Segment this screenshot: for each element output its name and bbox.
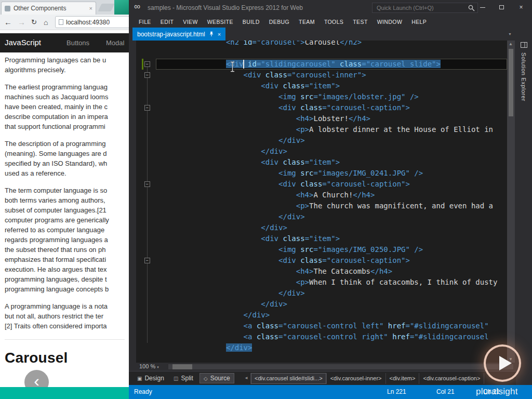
editor-bottom-bar: 100 % ▾	[136, 363, 515, 371]
menu-debug[interactable]: DEBUG	[264, 19, 294, 25]
home-icon[interactable]: ⌂	[44, 17, 48, 28]
vertical-scrollbar[interactable]: ▲ ▼	[507, 41, 515, 363]
code-line[interactable]: <p>When I think of catacombs, I think of…	[156, 277, 507, 288]
code-line[interactable]: <div class="item">	[156, 157, 507, 168]
forward-icon[interactable]: →	[18, 17, 25, 28]
chevron-down-icon: ▾	[157, 365, 159, 369]
code-line[interactable]: <a class="carousel-control left" href="#…	[156, 321, 507, 331]
code-line[interactable]: </div>	[156, 310, 507, 321]
code-line[interactable]: </div>	[156, 146, 507, 157]
back-icon[interactable]: ←	[4, 17, 12, 28]
menu-window[interactable]: WINDOW	[373, 19, 407, 25]
change-tracking-bar	[142, 59, 143, 70]
code-line[interactable]: </div>	[156, 299, 507, 310]
code-line[interactable]: <div class="item">	[156, 81, 507, 91]
fold-marker[interactable]: −	[144, 258, 150, 263]
code-line[interactable]: <div class="carousel-inner">	[156, 70, 507, 81]
code-editor[interactable]: <h2 id="carousel">Carousel</h2><div id="…	[136, 41, 507, 363]
code-line[interactable]: <a class="carousel-control right" href="…	[156, 331, 507, 342]
browser-tab[interactable]: Other Components ×	[1, 2, 96, 15]
maximize-button[interactable]	[493, 0, 510, 15]
code-line[interactable]: <h4>Lobster!</h4>	[156, 113, 507, 124]
tab-close-icon[interactable]: ×	[89, 5, 92, 11]
menu-edit[interactable]: EDIT	[156, 19, 179, 25]
text-line: Programming languages can be u	[5, 55, 129, 65]
navbar-brand[interactable]: JavaScript	[5, 38, 41, 47]
fold-marker[interactable]: −	[144, 105, 150, 111]
breadcrumb-item[interactable]: <div.item>	[386, 373, 420, 384]
breadcrumb-item[interactable]: <div.carousel-caption>	[419, 373, 484, 384]
zoom-value: 100 %	[139, 363, 155, 369]
minimize-icon	[480, 7, 485, 8]
code-line[interactable]: <div class="item">	[156, 233, 507, 244]
paragraph: Programming languages can be ualgorithms…	[5, 55, 129, 75]
tab-close-icon[interactable]: ×	[218, 31, 221, 37]
code-line[interactable]: <h4>A Church!</h4>	[156, 190, 507, 201]
minimize-button[interactable]	[474, 0, 491, 15]
code-line[interactable]: </div>	[156, 288, 507, 299]
nav-item-buttons[interactable]: Buttons	[66, 39, 89, 47]
menu-team[interactable]: TEAM	[294, 19, 320, 25]
code-line[interactable]: <div class="carousel-caption">	[156, 102, 507, 113]
code-line[interactable]: <p>The church was magnificent, and even …	[156, 201, 507, 211]
source-view-button[interactable]: ◇Source	[200, 373, 234, 383]
vertical-scrollbar-thumb[interactable]	[509, 49, 513, 116]
page-favicon-icon	[5, 6, 10, 11]
menu-file[interactable]: FILE	[134, 19, 156, 25]
menu-test[interactable]: TEST	[348, 19, 372, 25]
split-view-button[interactable]: ◫Split	[169, 373, 197, 383]
breadcrumb-item[interactable]: <div.carousel-inner>	[327, 373, 386, 384]
menu-website[interactable]: WEBSITE	[203, 19, 238, 25]
code-line[interactable]: <p>A lobster dinner at the House of Elli…	[156, 124, 507, 135]
close-button[interactable]: ×	[512, 0, 530, 15]
design-view-button[interactable]: ▣Design	[133, 373, 168, 383]
text-line: the subset thereof that runs on ph	[5, 245, 129, 255]
paragraph: A programming language is a notabut not …	[5, 301, 129, 331]
address-bar[interactable]: localhost:49380	[55, 16, 129, 28]
code-line[interactable]: <div class="carousel-caption">	[156, 179, 507, 190]
tag-nav-left-icon[interactable]: ◄	[244, 376, 248, 380]
code-line[interactable]: </div>	[156, 342, 507, 353]
refresh-icon[interactable]: ↻	[31, 17, 37, 28]
code-line[interactable]: <h2 id="carousel">Carousel</h2>	[156, 41, 507, 48]
title-bar[interactable]: ∞ samples - Microsoft Visual Studio Expr…	[129, 0, 532, 16]
code-line[interactable]: </div>	[156, 222, 507, 233]
zoom-selector[interactable]: 100 % ▾	[139, 363, 159, 369]
code-line[interactable]: </div>	[156, 135, 507, 146]
menu-view[interactable]: VIEW	[178, 19, 202, 25]
tab-list-dropdown-icon[interactable]: ▼	[508, 32, 512, 36]
document-tab[interactable]: bootstrap-javascript.html ×	[132, 28, 225, 41]
code-line[interactable]: <img src="images/IMG_0250.JPG" />	[156, 244, 507, 255]
text-line: [2] Traits often considered importa	[5, 321, 129, 331]
code-line[interactable]	[156, 48, 507, 59]
code-line[interactable]: </div>	[156, 211, 507, 222]
fold-marker[interactable]: −	[144, 72, 150, 78]
horizontal-scrollbar-thumb[interactable]	[172, 364, 192, 369]
breadcrumb-item[interactable]: <div.carousel slide#slidi...>	[251, 373, 327, 384]
chevron-left-icon: ‹	[34, 373, 39, 389]
text-line: used as a reference.	[5, 168, 129, 178]
text-line: The earliest programming languag	[5, 82, 129, 92]
menu-build[interactable]: BUILD	[238, 19, 264, 25]
article-text: Programming languages can be ualgorithms…	[5, 55, 129, 331]
pin-icon[interactable]	[209, 31, 214, 37]
menu-tools[interactable]: TOOLS	[320, 19, 348, 25]
code-line[interactable]: <img src="images/IMG_0241.JPG" />	[156, 168, 507, 179]
design-icon: ▣	[137, 376, 142, 381]
quick-launch-box[interactable]: Quick Launch (Ctrl+Q)	[372, 3, 478, 13]
code-line[interactable]: <h4>The Catacombs</h4>	[156, 266, 507, 277]
solution-explorer-tab[interactable]: Solution Explorer	[516, 28, 532, 385]
fold-marker[interactable]: −	[144, 181, 150, 187]
code-line[interactable]: <div id="slidingcarousel" class="carouse…	[156, 59, 507, 70]
code-line[interactable]: <img src="images/lobster.jpg" />	[156, 91, 507, 102]
fold-marker[interactable]: −	[144, 61, 150, 67]
vs-logo-icon: ∞	[134, 2, 140, 12]
horizontal-scrollbar[interactable]	[168, 364, 513, 369]
code-line[interactable]: <div class="carousel-caption">	[156, 255, 507, 266]
code-text[interactable]: <h2 id="carousel">Carousel</h2><div id="…	[156, 41, 507, 353]
solution-explorer-icon	[521, 42, 527, 48]
new-tab-button[interactable]	[98, 4, 115, 11]
scroll-up-icon[interactable]: ▲	[509, 42, 513, 46]
menu-help[interactable]: HELP	[407, 19, 431, 25]
nav-item-modal[interactable]: Modal	[106, 39, 124, 47]
